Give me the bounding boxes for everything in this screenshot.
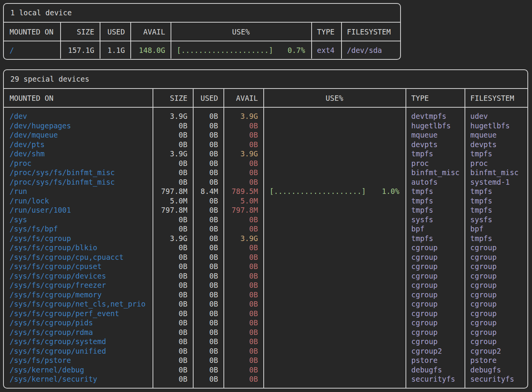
cell-size: 0B [153, 374, 193, 384]
cell-avail: 0B [223, 328, 263, 337]
cell-type: cgroup [406, 262, 465, 271]
cell-filesystem: tmpfs [465, 187, 527, 196]
column-header-avail: AVAIL [130, 28, 171, 36]
cell-type: tmpfs [406, 205, 465, 215]
cell-mounted-on: /sys/fs/pstore [4, 356, 153, 365]
cell-filesystem: sysfs [465, 215, 527, 225]
table-row: /sys/kernel/security0B0B0Bsecurityfssecu… [4, 374, 527, 384]
cell-used: 0B [193, 253, 223, 262]
table-row: /sys/fs/cgroup/freezer0B0B0Bcgroupcgroup [4, 280, 527, 290]
cell-filesystem: devpts [465, 140, 527, 149]
cell-use-percent: [....................]1.0% [263, 187, 406, 196]
cell-mounted-on: /run/lock [4, 196, 153, 206]
local-devices-table: 1 local device MOUNTED ONSIZEUSEDAVAILUS… [3, 3, 401, 60]
cell-size: 0B [153, 159, 193, 168]
cell-size: 0B [153, 243, 193, 253]
cell-used: 0B [193, 159, 223, 168]
cell-used: 0B [193, 112, 223, 121]
cell-use-percent: [....................]0.7% [171, 46, 311, 54]
cell-filesystem: systemd-1 [465, 177, 527, 187]
cell-filesystem: debugfs [465, 365, 527, 375]
cell-mounted-on: /sys/fs/cgroup/systemd [4, 337, 153, 346]
column-header-type: TYPE [406, 94, 465, 102]
cell-size: 0B [153, 262, 193, 271]
cell-type: hugetlbfs [406, 121, 465, 131]
cell-filesystem: mqueue [465, 130, 527, 140]
column-header-mounted-on: MOUNTED ON [4, 94, 153, 102]
cell-type: cgroup [406, 290, 465, 300]
cell-size: 0B [153, 318, 193, 328]
cell-mounted-on: /sys/fs/cgroup/freezer [4, 280, 153, 290]
cell-filesystem: pstore [465, 356, 527, 365]
local-devices-title: 1 local device [4, 4, 400, 23]
cell-mounted-on: /sys/fs/cgroup/cpu,cpuacct [4, 253, 153, 262]
cell-type: ext4 [311, 46, 341, 54]
table-row: /sys/fs/cgroup/rdma0B0B0Bcgroupcgroup [4, 328, 527, 337]
table-row: /sys/fs/cgroup/perf_event0B0B0Bcgroupcgr… [4, 309, 527, 318]
cell-type: devpts [406, 140, 465, 149]
cell-size: 0B [153, 365, 193, 375]
cell-used: 0B [193, 262, 223, 271]
cell-filesystem: bpf [465, 224, 527, 234]
table-row: /dev3.9G0B3.9Gdevtmpfsudev [4, 112, 527, 121]
cell-filesystem: cgroup2 [465, 346, 527, 356]
cell-filesystem: cgroup [465, 253, 527, 262]
cell-used: 0B [193, 271, 223, 281]
cell-filesystem: tmpfs [465, 234, 527, 243]
cell-type: cgroup [406, 280, 465, 290]
cell-type: binfmt_misc [406, 168, 465, 177]
cell-used: 0B [193, 177, 223, 187]
column-header-size: SIZE [60, 28, 100, 36]
cell-used: 0B [193, 318, 223, 328]
special-devices-table: 29 special devices MOUNTED ONSIZEUSEDAVA… [3, 69, 528, 389]
cell-mounted-on: /sys/kernel/security [4, 374, 153, 384]
cell-avail: 0B [223, 140, 263, 149]
cell-avail: 3.9G [223, 112, 263, 121]
cell-used: 0B [193, 374, 223, 384]
cell-type: pstore [406, 356, 465, 365]
cell-size: 5.0M [153, 196, 193, 206]
table-row: /sys/fs/cgroup/unified0B0B0Bcgroup2cgrou… [4, 346, 527, 356]
cell-used: 0B [193, 346, 223, 356]
table-row: /dev/mqueue0B0B0Bmqueuemqueue [4, 130, 527, 140]
cell-avail: 0B [223, 299, 263, 309]
table-row: /run797.8M8.4M789.5M[...................… [4, 187, 527, 196]
column-header-use-percent: USE% [171, 28, 311, 36]
cell-avail: 0B [223, 253, 263, 262]
column-header-used: USED [193, 94, 223, 102]
cell-used: 0B [193, 243, 223, 253]
table-row: /sys/fs/cgroup/cpuset0B0B0Bcgroupcgroup [4, 262, 527, 271]
cell-mounted-on: /run [4, 187, 153, 196]
terminal-duf-output: { "palette": { "background": "#272727", … [0, 0, 532, 392]
cell-mounted-on: /sys/fs/cgroup/rdma [4, 328, 153, 337]
cell-size: 0B [153, 121, 193, 131]
cell-size: 0B [153, 328, 193, 337]
cell-avail: 0B [223, 290, 263, 300]
cell-type: cgroup [406, 328, 465, 337]
cell-size: 3.9G [153, 234, 193, 243]
cell-avail: 0B [223, 271, 263, 281]
cell-type: debugfs [406, 365, 465, 375]
cell-type: mqueue [406, 130, 465, 140]
cell-mounted-on: /sys/fs/cgroup/unified [4, 346, 153, 356]
cell-type: cgroup [406, 271, 465, 281]
cell-avail: 5.0M [223, 196, 263, 206]
cell-type: securityfs [406, 374, 465, 384]
cell-mounted-on: /sys/fs/cgroup/blkio [4, 243, 153, 253]
cell-size: 0B [153, 253, 193, 262]
cell-type: cgroup [406, 318, 465, 328]
cell-mounted-on: /sys/fs/cgroup [4, 234, 153, 243]
cell-size: 0B [153, 346, 193, 356]
cell-filesystem: securityfs [465, 374, 527, 384]
cell-mounted-on: /sys/fs/cgroup/cpuset [4, 262, 153, 271]
cell-mounted-on: /sys [4, 215, 153, 225]
cell-type: tmpfs [406, 196, 465, 206]
cell-mounted-on: /dev/shm [4, 149, 153, 159]
cell-filesystem: tmpfs [465, 205, 527, 215]
cell-used: 0B [193, 215, 223, 225]
cell-avail: 0B [223, 280, 263, 290]
table-row: /sys/fs/cgroup/net_cls,net_prio0B0B0Bcgr… [4, 299, 527, 309]
cell-mounted-on: /dev [4, 112, 153, 121]
cell-mounted-on: / [4, 46, 60, 54]
table-row: /sys/fs/cgroup/pids0B0B0Bcgroupcgroup [4, 318, 527, 328]
